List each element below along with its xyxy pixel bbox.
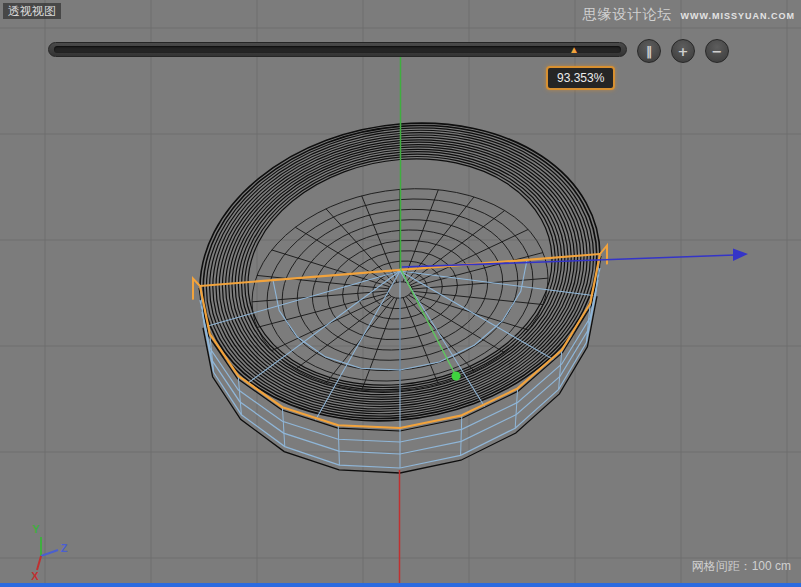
pause-icon: ‖	[646, 45, 653, 58]
slider-marker-icon[interactable]: ▲	[569, 45, 579, 55]
pause-button[interactable]: ‖	[637, 39, 661, 63]
gizmo-z-axis	[41, 550, 58, 556]
zoom-in-button[interactable]: +	[671, 39, 695, 63]
gizmo-x-label: X	[31, 570, 39, 582]
plus-icon: +	[678, 45, 689, 58]
slider-track[interactable]	[54, 46, 621, 53]
gizmo-z-label: Z	[61, 542, 68, 554]
minus-icon: −	[712, 45, 723, 58]
active-viewport-border	[0, 583, 801, 587]
watermark-forum-name: 思缘设计论坛	[583, 6, 673, 24]
watermark-forum-url: WWW.MISSYUAN.COM	[681, 11, 796, 21]
zoom-out-button[interactable]: −	[705, 39, 729, 63]
slider-value-tooltip: 93.353%	[546, 66, 615, 90]
viewport-canvas[interactable]: Y Z X	[0, 0, 801, 587]
viewport-slider[interactable]: ▲	[48, 42, 627, 57]
axis-handle-dot[interactable]	[452, 372, 461, 381]
gizmo-y-label: Y	[32, 523, 40, 535]
viewport-title[interactable]: 透视视图	[3, 3, 61, 19]
axis-gizmo: Y Z X	[31, 523, 67, 582]
grid-spacing-label: 网格间距：100 cm	[692, 558, 791, 575]
z-axis-arrowhead	[733, 249, 748, 262]
watermark: 思缘设计论坛 WWW.MISSYUAN.COM	[583, 6, 796, 24]
view-button-group: ‖ + −	[637, 39, 729, 63]
